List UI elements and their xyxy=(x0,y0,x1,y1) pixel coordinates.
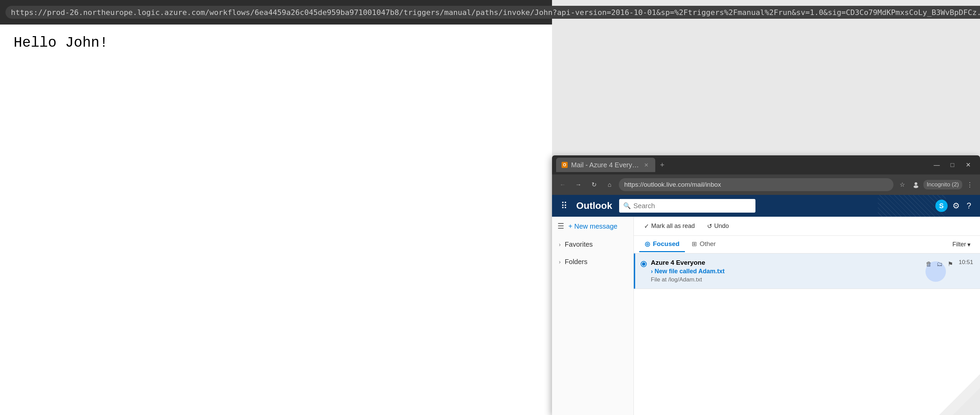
archive-icon[interactable]: 🗂 xyxy=(935,259,944,269)
forward-button[interactable]: → xyxy=(572,178,585,191)
flag-icon[interactable]: ⚑ xyxy=(946,259,955,269)
svg-point-0 xyxy=(915,182,917,185)
background-browser: https://prod-26.northeurope.logic.azure.… xyxy=(0,0,552,415)
email-read-indicator xyxy=(641,261,647,267)
outlook-logo: Outlook xyxy=(576,200,612,211)
title-bar: O Mail - Azure 4 Everyone - Outloo... ✕ … xyxy=(552,155,980,175)
settings-icon[interactable]: ⚙ xyxy=(950,199,962,213)
refresh-button[interactable]: ↻ xyxy=(587,178,600,191)
sidebar-item-favorites[interactable]: › Favorites xyxy=(552,236,633,253)
other-tab[interactable]: ⊞ Other xyxy=(686,237,721,252)
email-subject: › New file called Adam.txt xyxy=(651,268,920,275)
active-bar xyxy=(634,253,635,289)
bg-browser-bar: https://prod-26.northeurope.logic.azure.… xyxy=(0,0,552,24)
nav-bar: ← → ↻ ⌂ https://outlook.live.com/mail/in… xyxy=(552,175,980,195)
tab-area: O Mail - Azure 4 Everyone - Outloo... ✕ … xyxy=(556,158,929,172)
tab-title: Mail - Azure 4 Everyone - Outloo... xyxy=(571,161,639,169)
menu-button[interactable]: ⋮ xyxy=(964,178,976,191)
subject-text: New file called Adam.txt xyxy=(655,268,724,275)
email-body: Azure 4 Everyone › New file called Adam.… xyxy=(651,259,920,283)
focused-tab-label: Focused xyxy=(653,240,679,248)
email-sender: Azure 4 Everyone xyxy=(651,259,920,266)
undo-label: Undo xyxy=(714,223,729,230)
outlook-tab[interactable]: O Mail - Azure 4 Everyone - Outloo... ✕ xyxy=(556,158,655,172)
email-preview: File at /log/Adam.txt xyxy=(651,276,920,283)
new-message-button[interactable]: + New message xyxy=(568,223,617,231)
email-time: 10:51 xyxy=(959,259,973,266)
email-actions: 🗑 🗂 ⚑ xyxy=(924,259,955,269)
outlook-favicon: O xyxy=(562,162,568,168)
undo-icon: ↺ xyxy=(707,223,712,230)
bg-url-text: https://prod-26.northeurope.logic.azure.… xyxy=(11,8,980,17)
outlook-topbar: ⠿ Outlook 🔍 S ⚙ ? xyxy=(552,195,980,217)
search-icon: 🔍 xyxy=(623,202,631,210)
url-bar[interactable]: https://outlook.live.com/mail/inbox xyxy=(619,178,893,191)
outlook-sidebar: ☰ + New message › Favorites › Folders xyxy=(552,217,634,415)
user-icon-button[interactable] xyxy=(910,178,922,191)
favorites-chevron: › xyxy=(559,242,560,248)
outlook-search-bar[interactable]: 🔍 xyxy=(619,199,756,213)
hello-text: Hello John! xyxy=(14,35,538,51)
folders-chevron: › xyxy=(559,259,560,265)
filter-button[interactable]: Filter ▾ xyxy=(948,239,975,250)
sidebar-item-folders[interactable]: › Folders xyxy=(552,253,633,270)
favorites-label: Favorites xyxy=(565,240,627,248)
other-tab-icon: ⊞ xyxy=(692,240,697,248)
email-list-toolbar: ✓ Mark all as read ↺ Undo xyxy=(634,217,980,236)
back-button[interactable]: ← xyxy=(556,178,569,191)
undo-button[interactable]: ↺ Undo xyxy=(704,221,732,232)
star-button[interactable]: ☆ xyxy=(896,178,908,191)
close-button[interactable]: ✕ xyxy=(960,159,976,171)
window-controls: — □ ✕ xyxy=(929,159,976,171)
nav-actions: ☆ Incognito (2) ⋮ xyxy=(896,178,976,191)
email-tabs: ◎ Focused ⊞ Other Filter ▾ xyxy=(634,236,980,253)
svg-point-1 xyxy=(913,185,918,188)
decorative-shape xyxy=(912,347,980,415)
bg-content: Hello John! xyxy=(0,24,552,61)
new-tab-button[interactable]: + xyxy=(657,159,668,171)
focused-tab[interactable]: ◎ Focused xyxy=(639,237,685,252)
unread-dot xyxy=(642,262,645,266)
topbar-pattern xyxy=(878,195,946,217)
url-text: https://outlook.live.com/mail/inbox xyxy=(624,181,721,188)
hamburger-button[interactable]: ☰ xyxy=(557,222,564,231)
search-input[interactable] xyxy=(633,202,751,210)
tab-close-button[interactable]: ✕ xyxy=(643,161,650,169)
delete-icon[interactable]: 🗑 xyxy=(924,259,933,269)
filter-chevron: ▾ xyxy=(967,241,970,248)
mark-read-icon: ✓ xyxy=(644,223,649,230)
home-button[interactable]: ⌂ xyxy=(603,178,616,191)
subject-prefix: › xyxy=(651,268,653,275)
waffle-icon[interactable]: ⠿ xyxy=(559,199,570,213)
incognito-badge: Incognito (2) xyxy=(923,180,963,189)
email-item[interactable]: Azure 4 Everyone › New file called Adam.… xyxy=(634,253,980,289)
sidebar-toolbar: ☰ + New message xyxy=(552,217,633,236)
folders-label: Folders xyxy=(565,258,627,266)
help-icon[interactable]: ? xyxy=(965,199,973,213)
maximize-button[interactable]: □ xyxy=(945,159,960,171)
focused-tab-icon: ◎ xyxy=(645,240,650,248)
filter-label: Filter xyxy=(952,241,966,248)
mark-all-read-label: Mark all as read xyxy=(651,223,695,230)
mark-all-read-button[interactable]: ✓ Mark all as read xyxy=(641,221,698,232)
other-tab-label: Other xyxy=(700,240,716,248)
minimize-button[interactable]: — xyxy=(929,159,945,171)
bg-url-bar[interactable]: https://prod-26.northeurope.logic.azure.… xyxy=(5,6,980,19)
